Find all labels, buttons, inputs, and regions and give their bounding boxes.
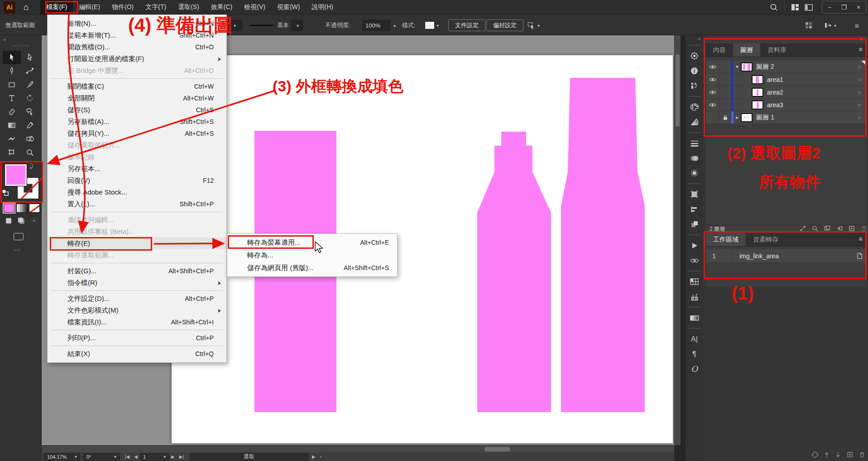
visibility-toggle[interactable] <box>706 99 719 111</box>
paragraph-panel-icon[interactable]: ¶ <box>686 347 703 361</box>
variable-width-profile[interactable]: 基本 ▾ <box>250 15 302 36</box>
layer-row[interactable]: ▾ 圖層 2 ○ <box>706 61 866 73</box>
target-circle-icon[interactable]: ○ <box>853 76 866 83</box>
snap-options-icon[interactable]: ▾ <box>824 15 836 36</box>
expand-layer-icon[interactable]: ▾ <box>734 64 741 70</box>
layer-row[interactable]: area3 ○ <box>706 99 866 111</box>
fill-color-swatch[interactable] <box>5 164 27 186</box>
visibility-toggle[interactable] <box>706 86 719 98</box>
layer-row[interactable]: ▸ 圖層 1 ○ <box>706 111 866 124</box>
object-name[interactable]: area3 <box>767 101 853 109</box>
screen-mode-icon[interactable] <box>14 233 24 240</box>
menu-item[interactable]: 關閉檔案(C) Ctrl+W <box>48 81 226 92</box>
opentype-panel-icon[interactable]: O <box>686 361 703 376</box>
new-sublayer-icon[interactable] <box>836 225 843 233</box>
menu-item[interactable]: 結束(X) Ctrl+Q <box>48 348 226 360</box>
dock-drag-handle[interactable] <box>689 271 700 271</box>
move-up-icon[interactable] <box>824 451 830 460</box>
tab-artboards[interactable]: 工作區域 <box>706 233 746 246</box>
menu-item[interactable]: 搜尋 Adobe Stock... <box>48 186 226 198</box>
menu-item[interactable]: 儲存選取的切片... <box>48 139 226 151</box>
default-fill-stroke-icon[interactable] <box>2 189 9 196</box>
collapse-toolbar-icon[interactable]: « <box>3 37 5 42</box>
menu-item[interactable]: 邀請參與編輯... <box>48 214 226 226</box>
next-artboard-icon[interactable]: ▶ <box>171 454 175 459</box>
object-name[interactable]: area2 <box>767 89 853 96</box>
make-clipping-mask-icon[interactable] <box>824 225 830 233</box>
selection-tool[interactable] <box>3 51 21 64</box>
eyedropper-tool[interactable] <box>21 119 39 132</box>
brushes-panel-icon[interactable] <box>686 289 703 304</box>
artboard-tool[interactable] <box>3 146 21 159</box>
horizontal-scrollbar-thumb[interactable] <box>484 447 510 451</box>
gradient-tool[interactable] <box>3 119 21 132</box>
dock-drag-handle[interactable] <box>689 328 700 329</box>
paintbrush-tool[interactable] <box>21 78 39 91</box>
object-thumbnail[interactable] <box>752 75 763 84</box>
tab-libraries[interactable]: 資料庫 <box>760 43 794 57</box>
align-panel-icon[interactable] <box>805 15 812 36</box>
rotation-field[interactable]: 0°▾ <box>83 453 120 461</box>
vertical-scrollbar[interactable] <box>674 35 681 445</box>
layer-thumbnail[interactable] <box>741 113 753 122</box>
document-setup-button[interactable]: 文件設定 <box>448 15 485 36</box>
target-circle-icon[interactable]: ○ <box>853 102 866 108</box>
collapse-dock-icon[interactable]: « <box>686 35 703 42</box>
restore-button[interactable]: ❐ <box>837 4 851 11</box>
menu-item[interactable]: 儲存(S) Ctrl+S <box>48 104 226 116</box>
menu-item[interactable]: 封裝(G)... Alt+Shift+Ctrl+P <box>48 265 226 277</box>
menu-item[interactable]: 指令檔(R) <box>48 277 226 289</box>
submenu-item[interactable]: 轉存為... <box>227 249 397 261</box>
dock-drag-handle[interactable] <box>689 234 700 235</box>
gradient-button[interactable] <box>16 204 27 213</box>
preferences-button[interactable]: 偏好設定 <box>486 15 523 36</box>
menu-item[interactable]: 文件設定(D)... Alt+Ctrl+P <box>48 293 226 304</box>
delete-artboard-icon[interactable] <box>859 451 865 460</box>
menu-item[interactable]: 從範本新增(T)... Shift+Ctrl+N <box>48 29 226 41</box>
stroke-panel-icon[interactable] <box>686 136 703 151</box>
menu-item[interactable]: 新增(N)... Ctrl+N <box>48 18 226 29</box>
artboard-row[interactable]: 1 img_link_area <box>706 249 866 263</box>
panel-menu-icon[interactable]: ≡ <box>858 235 863 242</box>
menu-item[interactable]: 置入(L)... Shift+Ctrl+P <box>48 198 226 210</box>
dock-drag-handle[interactable] <box>689 132 700 133</box>
scroll-left-icon[interactable]: ‹ <box>320 454 321 459</box>
opacity-stepper-icon[interactable]: ▸ <box>394 23 396 28</box>
swap-fill-stroke-icon[interactable]: ⤸ <box>30 163 33 169</box>
align-panel-icon[interactable] <box>686 202 703 217</box>
rearrange-artboards-icon[interactable] <box>812 451 818 460</box>
menu-item[interactable]: 另存範本... <box>48 163 226 175</box>
menubar-item[interactable]: 編輯(E) <box>73 0 106 14</box>
shape-builder-tool[interactable] <box>21 132 39 146</box>
stroke-weight-field[interactable]: ▾ <box>229 15 242 36</box>
menu-item[interactable]: 轉存(E) <box>48 238 226 249</box>
vertical-scrollbar-thumb[interactable] <box>676 54 680 127</box>
lock-toggle[interactable] <box>719 73 731 86</box>
tab-layers[interactable]: 圖層 <box>733 43 760 57</box>
direct-selection-tool[interactable] <box>21 51 39 64</box>
rotate-tool[interactable] <box>21 91 39 105</box>
menu-item[interactable]: 儲存拷貝(Y)... Alt+Ctrl+S <box>48 128 226 139</box>
opacity-field[interactable]: 100% ▸ <box>362 15 396 36</box>
type-tool[interactable] <box>3 91 21 105</box>
dock-drag-handle[interactable] <box>689 45 700 46</box>
menu-item[interactable]: 文件色彩模式(M) <box>48 304 226 316</box>
submenu-item[interactable]: 轉存為螢幕適用... Alt+Ctrl+E <box>227 236 397 249</box>
dock-drag-handle[interactable] <box>689 307 700 308</box>
draw-behind-icon[interactable] <box>16 216 26 225</box>
locate-object-icon[interactable] <box>812 225 818 233</box>
menu-item[interactable]: 轉存選取範圍... <box>48 249 226 261</box>
artboards-panel-icon[interactable] <box>686 187 703 202</box>
rectangle-tool[interactable] <box>3 78 21 91</box>
actions-panel-icon[interactable] <box>686 238 703 253</box>
zoom-tool[interactable] <box>21 146 39 159</box>
visibility-toggle[interactable] <box>706 73 719 86</box>
illustrator-logo-icon[interactable]: Ai <box>4 1 15 13</box>
dock-drag-handle[interactable] <box>689 183 700 184</box>
menu-item[interactable]: 打開最近使用過的檔案(F) <box>48 53 226 65</box>
object-name[interactable]: area1 <box>767 76 853 83</box>
character-panel-icon[interactable]: A| <box>686 332 703 347</box>
menu-item[interactable]: 回復(V) F12 <box>48 175 226 186</box>
close-button[interactable]: × <box>851 4 866 11</box>
edit-toolbar-icon[interactable]: … <box>14 244 21 252</box>
